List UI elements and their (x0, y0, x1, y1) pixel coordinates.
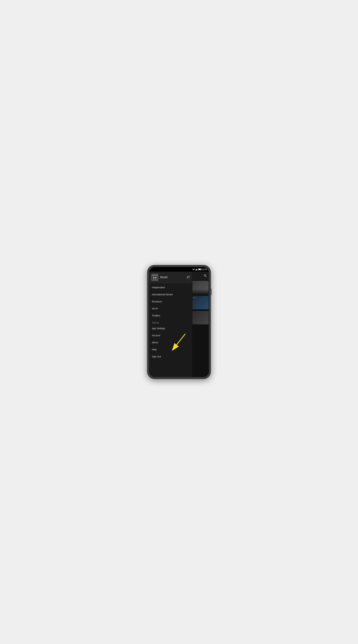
robot-avatar-icon (152, 274, 158, 281)
volume-button (211, 288, 212, 295)
movie-card-2: D S (192, 296, 208, 309)
navigation-drawer: RichD Independent Internat (149, 272, 192, 377)
battery-icon (198, 268, 201, 270)
menu-item-sci-fi[interactable]: Sci-Fi (149, 305, 192, 312)
svg-rect-5 (196, 270, 196, 270)
drawer-user: RichD (151, 274, 168, 281)
svg-point-10 (153, 275, 154, 276)
user-avatar (151, 274, 158, 281)
status-time: 12:00 (202, 268, 207, 270)
menu-item-app-settings[interactable]: App Settings (149, 325, 192, 332)
svg-rect-7 (196, 269, 197, 270)
wifi-icon (192, 268, 195, 270)
menu-item-independent[interactable]: Independent (149, 284, 192, 291)
svg-rect-8 (197, 268, 198, 270)
status-icons: 12:00 (192, 268, 207, 270)
app-toolbar (192, 272, 209, 280)
menu-item-about[interactable]: About (149, 339, 192, 346)
svg-rect-21 (155, 279, 155, 280)
background-content: D S (192, 272, 209, 377)
menu-item-account[interactable]: Account (149, 332, 192, 339)
user-name: RichD (160, 276, 168, 279)
signal-icon (196, 268, 198, 270)
settings-section-header: Settings (149, 319, 192, 325)
movie-thumbnails: D S (192, 280, 209, 325)
content-area: RichD Independent Internat (149, 272, 209, 377)
drawer-header: RichD (149, 272, 192, 283)
menu-item-international-movies[interactable]: International Movies (149, 291, 192, 298)
svg-point-17 (156, 277, 156, 278)
svg-point-11 (154, 275, 155, 276)
status-bar: 12:00 (149, 267, 209, 272)
svg-rect-20 (154, 279, 154, 280)
phone-screen: 12:00 (149, 267, 209, 377)
menu-item-help[interactable]: Help (149, 346, 192, 353)
phone-device: 12:00 (147, 265, 211, 379)
menu-item-thrillers[interactable]: Thrillers (149, 312, 192, 319)
menu-item-romance[interactable]: Romance (149, 298, 192, 305)
drawer-menu: Independent International Movies Romance… (149, 283, 192, 377)
svg-rect-6 (196, 269, 196, 270)
app-screen: 12:00 (149, 267, 209, 377)
movie-card-1 (192, 281, 208, 294)
svg-line-24 (206, 276, 206, 277)
switch-account-icon[interactable] (186, 276, 190, 280)
search-button[interactable] (204, 274, 207, 278)
movie-card-3 (192, 311, 208, 324)
svg-point-12 (156, 275, 157, 276)
menu-item-sign-out[interactable]: Sign Out (149, 353, 192, 360)
svg-point-16 (154, 277, 154, 278)
